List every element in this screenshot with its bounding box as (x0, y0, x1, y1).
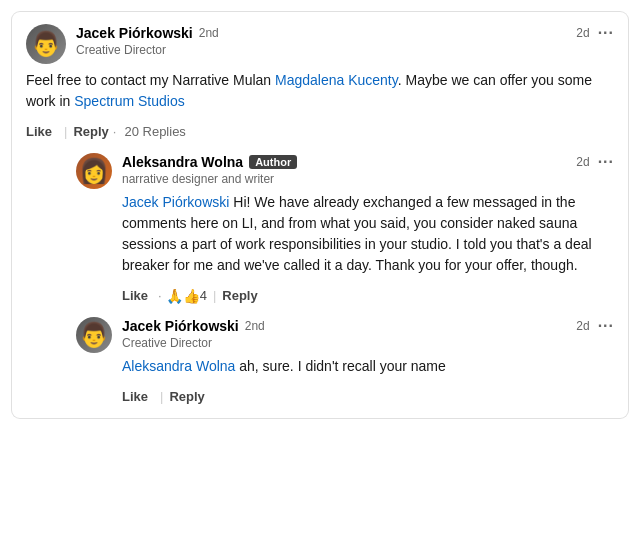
comment-body: Feel free to contact my Narrative Mulan … (26, 70, 614, 112)
comment-body: Jacek Piórkowski Hi! We have already exc… (122, 192, 614, 276)
mention-spectrum[interactable]: Spectrum Studios (74, 93, 185, 109)
avatar (76, 153, 112, 189)
reply-button[interactable]: Reply (169, 385, 204, 408)
mention-jacek[interactable]: Jacek Piórkowski (122, 194, 229, 210)
comment-card: Jacek Piórkowski 2nd 2d ··· Creative Dir… (12, 12, 628, 418)
dot: · (158, 288, 162, 303)
like-button[interactable]: Like (122, 385, 154, 408)
nested-replies: Aleksandra Wolna Author 2d ··· narrative… (26, 153, 614, 408)
job-title: Creative Director (122, 336, 614, 350)
meta-top: Jacek Piórkowski 2nd 2d ··· (76, 24, 614, 42)
reply-button[interactable]: Reply (73, 120, 108, 143)
comment-actions: Like | Reply (122, 385, 614, 408)
degree-badge: 2nd (245, 319, 265, 333)
meta-top: Aleksandra Wolna Author 2d ··· (122, 153, 614, 171)
reaction-emojis: 🙏👍 (166, 288, 200, 304)
comments-container: Jacek Piórkowski 2nd 2d ··· Creative Dir… (12, 12, 628, 418)
comment-meta: Jacek Piórkowski 2nd 2d ··· Creative Dir… (76, 24, 614, 57)
more-options-button[interactable]: ··· (598, 317, 614, 335)
timestamp: 2d (576, 155, 589, 169)
mention-magdalena[interactable]: Magdalena Kucenty (275, 72, 398, 88)
meta-left: Jacek Piórkowski 2nd (122, 318, 265, 334)
degree-badge: 2nd (199, 26, 219, 40)
mention-aleksandra[interactable]: Aleksandra Wolna (122, 358, 235, 374)
like-button[interactable]: Like (26, 120, 58, 143)
comment-header: Jacek Piórkowski 2nd 2d ··· Creative Dir… (26, 24, 614, 64)
nested-reply: Aleksandra Wolna Author 2d ··· narrative… (76, 153, 614, 307)
author-name: Jacek Piórkowski (76, 25, 193, 41)
comment-actions: Like | Reply · 20 Replies (26, 120, 614, 143)
timestamp: 2d (576, 26, 589, 40)
reply-content: Aleksandra Wolna Author 2d ··· narrative… (122, 153, 614, 307)
author-name: Jacek Piórkowski (122, 318, 239, 334)
divider: | (160, 389, 163, 404)
more-options-button[interactable]: ··· (598, 153, 614, 171)
author-name: Aleksandra Wolna (122, 154, 243, 170)
comment-body: Aleksandra Wolna ah, sure. I didn't reca… (122, 356, 614, 377)
reply-button[interactable]: Reply (222, 284, 257, 307)
replies-dot: · (113, 124, 117, 139)
author-badge: Author (249, 155, 297, 169)
reply-content: Jacek Piórkowski 2nd 2d ··· Creative Dir… (122, 317, 614, 408)
comment-actions: Like · 🙏👍 4 | Reply (122, 284, 614, 307)
like-button[interactable]: Like (122, 284, 154, 307)
more-options-button[interactable]: ··· (598, 24, 614, 42)
divider: | (213, 288, 216, 303)
job-title: narrative designer and writer (122, 172, 614, 186)
reaction-count: 4 (200, 288, 207, 303)
meta-left: Aleksandra Wolna Author (122, 154, 297, 170)
nested-reply: Jacek Piórkowski 2nd 2d ··· Creative Dir… (76, 317, 614, 408)
replies-count[interactable]: 20 Replies (124, 124, 185, 139)
meta-left: Jacek Piórkowski 2nd (76, 25, 219, 41)
avatar (26, 24, 66, 64)
job-title: Creative Director (76, 43, 614, 57)
meta-top: Jacek Piórkowski 2nd 2d ··· (122, 317, 614, 335)
divider: | (64, 124, 67, 139)
avatar (76, 317, 112, 353)
timestamp: 2d (576, 319, 589, 333)
